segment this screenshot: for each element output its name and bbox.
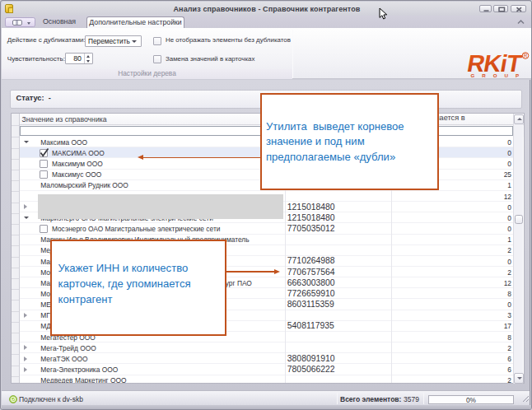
svg-text:GROUP: GROUP	[471, 72, 527, 78]
svg-text:R: R	[524, 53, 528, 58]
